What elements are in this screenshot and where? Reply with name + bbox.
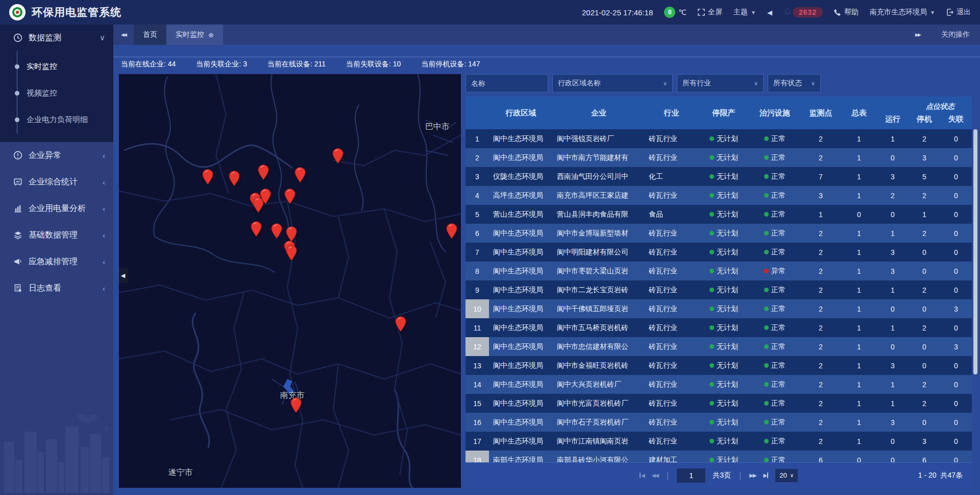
cell-monitor-points: 2 bbox=[800, 375, 841, 394]
sidebar-item-4[interactable]: 基础数据管理‹ bbox=[0, 222, 113, 248]
sidebar-collapse-button[interactable]: ◀ bbox=[119, 268, 128, 283]
cell-offline: 0 bbox=[940, 375, 972, 394]
cell-total-meter: 1 bbox=[841, 299, 877, 318]
chevron-down-icon: ▼ bbox=[930, 10, 935, 15]
region-filter-select[interactable]: 行政区域名称 ∨ bbox=[552, 74, 673, 92]
notifications[interactable]: 2632 bbox=[783, 7, 823, 17]
table-row[interactable]: 9阆中生态环境局阆中市二龙长宝页岩砖砖瓦行业无计划正常21120 bbox=[465, 280, 972, 299]
cell-company: 南充市高坪区王家店建 bbox=[553, 186, 645, 205]
status-filter-select[interactable]: 所有状态 ∨ bbox=[768, 74, 821, 92]
table-row[interactable]: 14阆中生态环境局阆中大兴页岩机砖厂砖瓦行业无计划正常21120 bbox=[465, 375, 972, 394]
table-row[interactable]: 10阆中生态环境局阆中千佛镇五郎垭页岩砖瓦行业无计划正常21003 bbox=[465, 299, 972, 318]
table-row[interactable]: 7阆中生态环境局阆中明阳建材有限公司砖瓦行业无计划正常21300 bbox=[465, 243, 972, 262]
sidebar-item-0[interactable]: 数据监测∨ bbox=[0, 25, 113, 51]
status-dot bbox=[709, 250, 714, 254]
next-page-button[interactable]: ▶▶ bbox=[749, 473, 756, 478]
table-row[interactable]: 17阆中生态环境局阆中市江南镇阆南页岩砖瓦行业无计划正常21030 bbox=[465, 432, 972, 451]
org-dropdown[interactable]: 南充市生态环境局 ▼ bbox=[870, 8, 935, 17]
tab-home[interactable]: 首页 bbox=[134, 25, 166, 45]
temperature-indicator: 0 ℃ bbox=[664, 7, 687, 18]
sidebar-item-6[interactable]: 日志查看‹ bbox=[0, 275, 113, 301]
sidebar-subitem-0-0[interactable]: 实时监控 bbox=[0, 53, 113, 80]
tab-realtime-monitoring[interactable]: 实时监控 ⊗ bbox=[166, 25, 223, 45]
help-button[interactable]: 帮助 bbox=[834, 8, 859, 17]
page-size-select[interactable]: 20 ∨ bbox=[775, 469, 798, 482]
table-row[interactable]: 11阆中生态环境局阆中市五马桥页岩机砖砖瓦行业无计划正常21120 bbox=[465, 318, 972, 337]
map-marker-pin[interactable] bbox=[259, 188, 272, 205]
cell-stop-production: 无计划 bbox=[698, 224, 749, 243]
map-marker-pin[interactable] bbox=[395, 316, 407, 332]
map-marker-pin[interactable] bbox=[446, 223, 458, 239]
table-scrollbar-thumb[interactable] bbox=[973, 129, 977, 374]
tabs-scroll-left-icon[interactable]: ◀◀ bbox=[113, 25, 134, 45]
first-page-button[interactable]: ◀ bbox=[640, 473, 645, 478]
cell-region: 高坪生态环境局 bbox=[489, 186, 553, 205]
clock-icon bbox=[13, 33, 22, 42]
cell-region: 阆中生态环境局 bbox=[489, 280, 553, 299]
table-row[interactable]: 4高坪生态环境局南充市高坪区王家店建砖瓦行业无计划正常31220 bbox=[465, 186, 972, 205]
cell-monitor-points: 2 bbox=[800, 432, 841, 451]
sidebar-item-2[interactable]: 企业综合统计‹ bbox=[0, 169, 113, 195]
status-dot bbox=[764, 420, 769, 425]
table-row[interactable]: 3仪陇生态环境局西南油气田分公司川中化工无计划正常71350 bbox=[465, 167, 972, 186]
table-row[interactable]: 16阆中生态环境局阆中市石子页岩机砖厂砖瓦行业无计划正常21300 bbox=[465, 413, 972, 432]
map-marker-pin[interactable] bbox=[250, 221, 262, 237]
table-row[interactable]: 2阆中生态环境局阆中市南方节能建材有砖瓦行业无计划正常21030 bbox=[465, 148, 972, 167]
table-row[interactable]: 18南部生态环境局南部县砖华小河有限公建材加工无计划正常60060 bbox=[465, 451, 972, 462]
name-filter-input[interactable] bbox=[465, 74, 548, 92]
app-logo bbox=[9, 4, 26, 20]
close-operations-button[interactable]: 关闭操作 bbox=[941, 30, 970, 39]
table-row[interactable]: 6阆中生态环境局阆中市金博瑞新型墙材砖瓦行业无计划正常21120 bbox=[465, 224, 972, 243]
map-marker-pin[interactable] bbox=[257, 164, 270, 181]
theme-dropdown[interactable]: 主题 ▼ bbox=[733, 8, 756, 17]
map-marker-pin[interactable] bbox=[202, 169, 214, 185]
mute-button[interactable]: ◀ bbox=[767, 9, 772, 16]
cell-offline: 0 bbox=[940, 451, 972, 462]
sidebar-subitem-0-2[interactable]: 企业电力负荷明细 bbox=[0, 106, 113, 133]
cell-offline: 0 bbox=[940, 262, 972, 280]
industry-filter-select[interactable]: 所有行业 ∨ bbox=[677, 74, 764, 92]
logout-button[interactable]: 退出 bbox=[946, 8, 971, 17]
map-marker-pin[interactable] bbox=[271, 223, 283, 239]
table-row[interactable]: 13阆中生态环境局阆中市金福旺页岩机砖砖瓦行业无计划正常21300 bbox=[465, 356, 972, 375]
table-row[interactable]: 12阆中生态环境局阆中市忠信建材有限公砖瓦行业无计划正常21003 bbox=[465, 337, 972, 356]
cell-total-meter: 1 bbox=[841, 337, 877, 356]
sidebar-item-1[interactable]: 企业异常‹ bbox=[0, 142, 113, 169]
page-number-input[interactable] bbox=[677, 468, 705, 483]
bell-icon bbox=[783, 8, 792, 17]
map-marker-pin[interactable] bbox=[285, 245, 298, 261]
cell-stop-production: 无计划 bbox=[698, 356, 749, 375]
prev-page-button[interactable]: ◀◀ bbox=[652, 473, 658, 478]
datetime: 2021-02-25 17:46:18 bbox=[582, 8, 653, 17]
map-marker-pin[interactable] bbox=[228, 170, 240, 186]
map-marker-pin[interactable] bbox=[294, 167, 306, 183]
map-panel[interactable]: 巴中市南充市遂宁市 ◀ bbox=[119, 74, 461, 488]
sidebar-item-3[interactable]: 企业用电量分析‹ bbox=[0, 195, 113, 222]
last-page-button[interactable]: ▶ bbox=[764, 473, 769, 478]
fullscreen-button[interactable]: 全屏 bbox=[698, 8, 722, 17]
cell-total-meter: 1 bbox=[841, 280, 877, 299]
map-marker-pin[interactable] bbox=[332, 148, 344, 164]
table-row[interactable]: 5营山生态环境局营山县润丰肉食品有限食品无计划正常10010 bbox=[465, 205, 972, 224]
map-marker-pin[interactable] bbox=[290, 397, 302, 413]
cell-company: 阆中市忠信建材有限公 bbox=[553, 337, 645, 356]
sidebar-subitem-0-1[interactable]: 视频监控 bbox=[0, 80, 113, 106]
megaphone-icon bbox=[13, 257, 22, 266]
cell-pollution-facility: 正常 bbox=[749, 356, 800, 375]
cell-offline: 0 bbox=[940, 394, 972, 413]
map-marker-pin[interactable] bbox=[284, 188, 296, 204]
phone-icon bbox=[834, 9, 841, 16]
app-title: 环保用电监管系统 bbox=[32, 5, 121, 19]
cell-stop-production: 无计划 bbox=[698, 337, 749, 356]
table-row[interactable]: 1阆中生态环境局阆中强锐页岩砖厂砖瓦行业无计划正常21120 bbox=[465, 129, 972, 148]
close-icon[interactable]: ⊗ bbox=[208, 31, 214, 39]
cell-stop-production: 无计划 bbox=[698, 148, 749, 167]
sidebar-item-5[interactable]: 应急减排管理‹ bbox=[0, 248, 113, 275]
cell-company: 阆中明阳建材有限公司 bbox=[553, 243, 645, 262]
stat-item: 当前在线企业: 44 bbox=[121, 60, 176, 69]
cell-stop-production: 无计划 bbox=[698, 318, 749, 337]
table-row[interactable]: 15阆中生态环境局阆中市光富页岩机砖厂砖瓦行业无计划正常21120 bbox=[465, 394, 972, 413]
cell-index: 7 bbox=[465, 243, 489, 262]
table-row[interactable]: 8阆中生态环境局阆中市枣碧大梁山页岩砖瓦行业无计划异常21300 bbox=[465, 262, 972, 280]
tabs-scroll-right-icon[interactable]: ▶▶ bbox=[908, 32, 928, 37]
